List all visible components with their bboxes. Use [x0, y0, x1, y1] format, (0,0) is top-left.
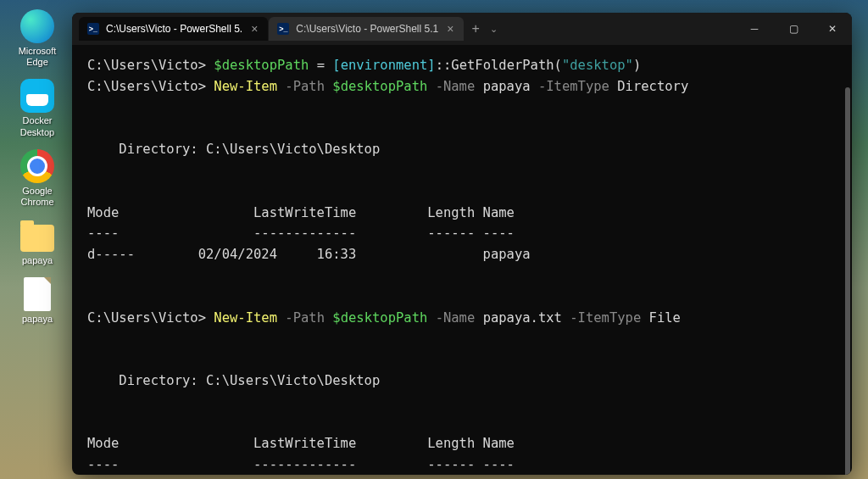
- command-line-1: C:\Users\Victo> $desktopPath = [environm…: [87, 55, 837, 76]
- close-icon[interactable]: ×: [445, 22, 455, 36]
- maximize-button[interactable]: ▢: [774, 13, 813, 45]
- desktop-icons-column: Microsoft Edge Docker Desktop Google Chr…: [8, 8, 66, 326]
- desktop-icon-edge[interactable]: Microsoft Edge: [8, 8, 66, 68]
- table-separator: ---- ------------- ------ ----: [87, 454, 837, 475]
- tab-title: C:\Users\Victo - PowerShell 5.: [106, 23, 242, 35]
- close-button[interactable]: ✕: [813, 13, 852, 45]
- directory-label-1: Directory: C:\Users\Victo\Desktop: [87, 139, 837, 160]
- terminal-window: >_ C:\Users\Victo - PowerShell 5. × >_ C…: [72, 13, 852, 475]
- table-header: Mode LastWriteTime Length Name: [87, 203, 837, 224]
- desktop-icon-label: Microsoft Edge: [8, 46, 66, 68]
- command-line-3: C:\Users\Victo> New-Item -Path $desktopP…: [87, 308, 837, 329]
- edge-icon: [20, 9, 54, 43]
- window-controls: ─ ▢ ✕: [735, 13, 852, 45]
- tab-powershell-1[interactable]: >_ C:\Users\Victo - PowerShell 5. ×: [79, 17, 268, 41]
- table-header: Mode LastWriteTime Length Name: [87, 433, 837, 454]
- tab-title: C:\Users\Victo - PowerShell 5.1: [296, 23, 438, 35]
- chrome-icon: [20, 149, 54, 183]
- desktop-icon-label: Docker Desktop: [8, 115, 66, 137]
- docker-icon: [20, 79, 54, 113]
- table-row: d----- 02/04/2024 16:33 papaya: [87, 244, 837, 265]
- tab-dropdown-icon[interactable]: ⌄: [490, 24, 498, 35]
- close-icon[interactable]: ×: [249, 22, 259, 36]
- desktop-icon-label: papaya: [22, 255, 53, 266]
- desktop-icon-chrome[interactable]: Google Chrome: [8, 148, 66, 208]
- tab-powershell-2[interactable]: >_ C:\Users\Victo - PowerShell 5.1 ×: [269, 17, 464, 41]
- desktop-icon-label: papaya: [22, 314, 53, 325]
- desktop-icon-papaya-file[interactable]: papaya: [8, 276, 66, 325]
- tab-strip: >_ C:\Users\Victo - PowerShell 5. × >_ C…: [79, 17, 735, 41]
- command-line-2: C:\Users\Victo> New-Item -Path $desktopP…: [87, 76, 837, 97]
- tab-controls: + ⌄: [471, 21, 497, 36]
- titlebar: >_ C:\Users\Victo - PowerShell 5. × >_ C…: [72, 13, 852, 45]
- powershell-icon: >_: [87, 23, 99, 35]
- desktop-icon-papaya-folder[interactable]: papaya: [8, 218, 66, 266]
- desktop-icon-label: Google Chrome: [8, 186, 66, 208]
- scrollbar[interactable]: [845, 87, 850, 475]
- desktop-icon-docker[interactable]: Docker Desktop: [8, 78, 66, 137]
- minimize-button[interactable]: ─: [735, 13, 774, 45]
- directory-label-2: Directory: C:\Users\Victo\Desktop: [87, 370, 837, 392]
- terminal-body[interactable]: C:\Users\Victo> $desktopPath = [environm…: [72, 45, 852, 475]
- file-icon: [24, 277, 51, 311]
- folder-icon: [20, 225, 54, 252]
- table-separator: ---- ------------- ------ ----: [87, 223, 837, 244]
- powershell-icon: >_: [277, 23, 289, 35]
- new-tab-button[interactable]: +: [471, 21, 479, 36]
